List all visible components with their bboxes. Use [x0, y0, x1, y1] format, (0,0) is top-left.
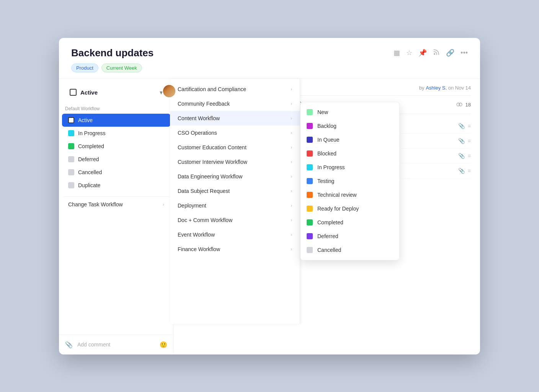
menu-label-customer-int: Customer Interview Workflow	[178, 159, 247, 165]
task-author[interactable]: Ashley S.	[426, 85, 447, 91]
share-count[interactable]: 18	[456, 102, 471, 108]
status-color-backlog	[307, 123, 313, 129]
status-color-cancelled	[307, 247, 313, 253]
status-option-cancelled[interactable]: Cancelled	[301, 243, 399, 257]
calendar-icon[interactable]: ▦	[394, 49, 400, 57]
menu-icon[interactable]: ≡	[468, 153, 471, 159]
star-icon[interactable]: ☆	[406, 49, 412, 57]
workflow-item-active[interactable]: Active	[62, 114, 170, 127]
menu-label-doc-comm: Doc + Comm Workflow	[178, 217, 232, 223]
main-content: Active ▾ Default Workflow Active In Prog…	[59, 79, 480, 354]
menu-item-data-sub[interactable]: Data Subject Request ›	[170, 184, 300, 198]
status-label-new: New	[317, 109, 328, 115]
status-selector[interactable]: Active ▾	[64, 85, 169, 100]
emoji-icon[interactable]: 🙂	[160, 341, 167, 348]
status-color-testing	[307, 178, 313, 184]
workflow-item-duplicate[interactable]: Duplicate	[62, 179, 170, 192]
status-option-blocked[interactable]: Blocked	[301, 147, 399, 160]
task-row-actions: 📎 ≡	[458, 123, 471, 129]
status-label-blocked: Blocked	[317, 150, 336, 157]
menu-item-cso[interactable]: CSO Operations ›	[170, 126, 300, 140]
chevron-right-icon: ›	[291, 145, 292, 150]
color-box-cancelled	[68, 169, 74, 175]
more-icon[interactable]: •••	[461, 49, 468, 57]
feed-icon[interactable]	[433, 49, 440, 57]
avatar	[162, 84, 176, 98]
menu-item-content[interactable]: Content Workflow ›	[170, 111, 300, 126]
status-option-completed[interactable]: Completed	[301, 216, 399, 229]
status-option-ready-for-deploy[interactable]: Ready for Deploy	[301, 202, 399, 216]
svg-point-0	[434, 53, 435, 55]
menu-item-doc-comm[interactable]: Doc + Comm Workflow ›	[170, 213, 300, 227]
attachment-icon[interactable]: 📎	[458, 138, 465, 144]
menu-icon[interactable]: ≡	[468, 123, 471, 129]
menu-item-data-eng[interactable]: Data Engineering Workflow ›	[170, 169, 300, 184]
status-label-deferred: Deferred	[317, 233, 338, 239]
status-options-panel: New Backlog In Queue Blocked In Progress…	[300, 102, 400, 260]
chevron-right-icon: ›	[291, 159, 292, 165]
menu-item-event[interactable]: Event Workflow ›	[170, 227, 300, 242]
chevron-right-icon: ›	[291, 174, 292, 179]
item-label-completed: Completed	[78, 143, 104, 149]
task-date: on Nov 14	[448, 85, 471, 91]
status-option-technical-review[interactable]: Technical review	[301, 188, 399, 202]
tags-row: Product Current Week	[71, 64, 468, 78]
menu-item-customer-edu[interactable]: Customer Education Content ›	[170, 140, 300, 155]
pin-icon[interactable]: 📌	[418, 49, 427, 57]
status-option-in-queue[interactable]: In Queue	[301, 133, 399, 147]
left-panel: Active ▾ Default Workflow Active In Prog…	[59, 79, 174, 354]
chevron-right-icon: ›	[291, 232, 292, 237]
menu-item-cert[interactable]: Cartification and Compliance ›	[170, 82, 300, 96]
chevron-right-icon: ›	[163, 202, 164, 207]
status-label-in-queue: In Queue	[317, 137, 340, 143]
author-prefix: by	[419, 85, 425, 91]
status-label-backlog: Backlog	[317, 123, 336, 129]
status-selector-label: Active	[80, 89, 98, 96]
menu-label-event: Event Workflow	[178, 232, 215, 238]
item-label-deferred: Deferred	[78, 156, 99, 162]
status-color-in-queue	[307, 137, 313, 143]
status-option-deferred[interactable]: Deferred	[301, 229, 399, 243]
status-checkbox	[70, 89, 77, 96]
workflow-item-cancelled[interactable]: Cancelled	[62, 166, 170, 179]
status-label-technical-review: Technical review	[317, 192, 357, 198]
attachment-icon[interactable]: 📎	[458, 168, 465, 174]
menu-label-deployment: Deployment	[178, 203, 206, 209]
menu-item-deployment[interactable]: Deployment ›	[170, 198, 300, 213]
add-comment-placeholder[interactable]: Add comment	[77, 341, 110, 348]
status-color-blocked	[307, 150, 313, 157]
menu-icon[interactable]: ≡	[468, 168, 471, 174]
header-icons: ▦ ☆ 📌 🔗 •••	[394, 49, 468, 57]
paperclip-icon[interactable]: 📎	[65, 341, 73, 348]
task-row-actions: 📎 ≡	[458, 168, 471, 174]
share-count-number: 18	[466, 102, 471, 108]
status-option-testing[interactable]: Testing	[301, 174, 399, 188]
tag-current-week[interactable]: Current Week	[101, 64, 142, 72]
attachment-icon[interactable]: 📎	[458, 123, 465, 129]
avatar-container	[162, 84, 176, 98]
workflow-item-in-progress[interactable]: In Progress	[62, 127, 170, 140]
color-box-completed	[68, 143, 74, 149]
status-option-new[interactable]: New	[301, 105, 399, 119]
menu-item-finance[interactable]: Finance Workflow ›	[170, 242, 300, 256]
status-option-backlog[interactable]: Backlog	[301, 119, 399, 133]
workflow-items-list: Active In Progress Completed Deferred Ca…	[59, 114, 173, 192]
menu-item-community[interactable]: Community Feedback ›	[170, 96, 300, 111]
status-option-in-progress[interactable]: In Progress	[301, 160, 399, 174]
workflow-item-completed[interactable]: Completed	[62, 140, 170, 153]
status-label-cancelled: Cancelled	[317, 247, 341, 253]
tag-product[interactable]: Product	[71, 64, 98, 72]
chevron-right-icon: ›	[291, 188, 292, 194]
status-color-technical-review	[307, 192, 313, 198]
attachment-icon[interactable]: 📎	[458, 153, 465, 159]
chevron-right-icon: ›	[291, 247, 292, 252]
menu-item-customer-int[interactable]: Customer Interview Workflow ›	[170, 155, 300, 169]
menu-icon[interactable]: ≡	[468, 138, 471, 144]
header-top: Backend updates ▦ ☆ 📌 🔗 •••	[71, 47, 468, 59]
status-label-completed: Completed	[317, 219, 343, 225]
change-workflow-button[interactable]: Change Task Workflow ›	[62, 196, 170, 212]
workflow-item-deferred[interactable]: Deferred	[62, 153, 170, 166]
chevron-right-icon: ›	[291, 101, 292, 106]
link-icon[interactable]: 🔗	[446, 49, 454, 57]
menu-label-finance: Finance Workflow	[178, 246, 220, 252]
